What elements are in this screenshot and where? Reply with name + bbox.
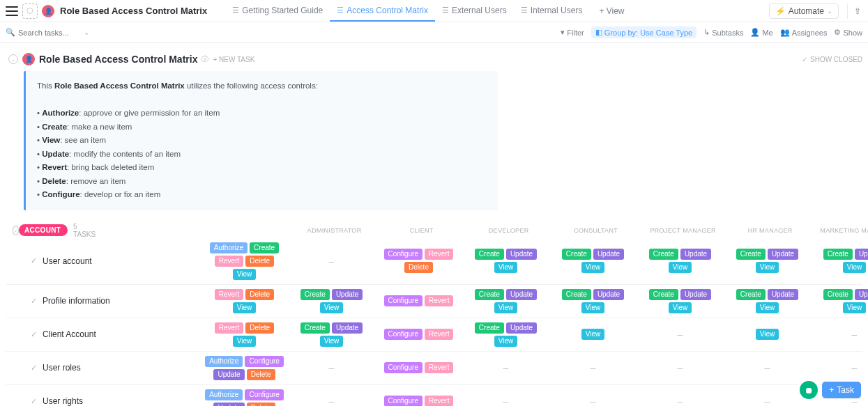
permission-tag[interactable]: Create [475,322,504,334]
task-row[interactable]: ✓Client AccountRevertDeleteViewCreateUpd… [6,318,862,352]
permission-tag[interactable]: Revert [215,322,243,334]
permission-tag[interactable]: Revert [425,329,453,340]
permission-tag[interactable]: Delete [245,289,274,300]
home-icon[interactable]: ⬡ [22,3,38,19]
permission-tag[interactable]: Delete [245,256,274,267]
permission-tag[interactable]: Update [680,289,711,300]
permission-tag[interactable]: Revert [425,362,453,373]
subtasks-button[interactable]: ↳Subtasks [703,28,743,37]
check-icon[interactable]: ✓ [31,256,37,265]
new-task-fab-button[interactable]: + Task [822,382,861,398]
show-closed-toggle[interactable]: ✓ SHOW CLOSED [802,56,862,63]
permission-tag[interactable]: Configure [384,362,422,373]
permission-tag[interactable]: Create [300,289,330,300]
permission-tag[interactable]: Revert [215,289,243,300]
permission-tag[interactable]: View [756,302,779,313]
share-button[interactable]: ⇪ [847,3,862,19]
permission-tag[interactable]: Update [506,322,537,334]
permission-tag[interactable]: Create [562,249,591,260]
permission-tag[interactable]: Create [736,289,766,300]
check-icon[interactable]: ✓ [31,397,37,406]
permission-tag[interactable]: Create [300,322,330,334]
new-task-button[interactable]: + NEW TASK [213,56,254,63]
task-row[interactable]: ✓User accountAuthorizeCreateRevertDelete… [6,238,862,285]
permission-tag[interactable]: View [320,302,344,313]
permission-tag[interactable]: Update [680,249,711,260]
permission-tag[interactable]: Configure [384,396,422,406]
filter-button[interactable]: ▾Filter [561,28,584,37]
permission-tag[interactable]: Configure [384,295,422,306]
permission-tag[interactable]: Authorize [210,242,248,253]
menu-icon[interactable] [6,6,18,16]
view-tab[interactable]: ☰External Users [435,0,514,22]
permission-tag[interactable]: Update [855,289,868,300]
task-row[interactable]: ✓User rolesAuthorizeConfigureUpdateDelet… [6,352,862,385]
permission-tag[interactable]: View [494,262,518,273]
permission-tag[interactable]: View [843,302,867,313]
permission-tag[interactable]: View [756,262,779,273]
permission-tag[interactable]: Authorize [205,356,243,367]
permission-tag[interactable]: Revert [215,256,243,267]
permission-tag[interactable]: Delete [245,322,274,334]
permission-tag[interactable]: Update [332,322,363,334]
permission-tag[interactable]: Update [593,289,624,300]
view-tab[interactable]: ☰Internal Users [514,0,590,22]
permission-tag[interactable]: View [581,262,605,273]
permission-tag[interactable]: Configure [384,249,422,260]
group-collapse-toggle[interactable]: ⌄ [13,226,19,235]
permission-tag[interactable]: Update [855,249,868,260]
permission-tag[interactable]: Delete [247,403,275,406]
permission-tag[interactable]: Revert [425,295,453,306]
permission-tag[interactable]: Delete [247,369,275,380]
permission-tag[interactable]: Create [250,242,279,253]
permission-tag[interactable]: Revert [425,396,453,406]
permission-tag[interactable]: Update [506,289,537,300]
permission-tag[interactable]: Update [332,289,363,300]
permission-tag[interactable]: Update [506,249,537,260]
check-icon[interactable]: ✓ [31,330,37,339]
assignees-button[interactable]: 👥Assignees [780,28,828,37]
permission-tag[interactable]: View [756,329,779,340]
search-box[interactable]: 🔍 ⌄ [6,28,96,37]
task-row[interactable]: ✓User rightsAuthorizeConfigureUpdateDele… [6,385,862,406]
group-pill[interactable]: ACCOUNT [19,224,68,236]
permission-tag[interactable]: View [494,302,518,313]
permission-tag[interactable]: Update [213,403,244,406]
view-tab[interactable]: ☰Getting Started Guide [225,0,330,22]
permission-tag[interactable]: Configure [384,329,422,340]
permission-tag[interactable]: Create [823,249,853,260]
permission-tag[interactable]: Revert [425,249,453,260]
permission-tag[interactable]: Create [823,289,853,300]
permission-tag[interactable]: View [843,262,867,273]
permission-tag[interactable]: View [494,336,518,347]
collapse-toggle[interactable]: ⌄ [8,54,18,64]
permission-tag[interactable]: View [669,302,692,313]
show-button[interactable]: ⚙Show [834,28,862,37]
check-icon[interactable]: ✓ [31,297,37,306]
permission-tag[interactable]: Configure [245,389,283,400]
permission-tag[interactable]: Update [768,289,798,300]
search-input[interactable] [18,29,81,37]
add-view-button[interactable]: + View [593,6,630,16]
permission-tag[interactable]: Authorize [205,389,243,400]
permission-tag[interactable]: View [233,302,257,313]
record-fab-button[interactable]: ⏺ [800,381,818,399]
task-row[interactable]: ✓Profile informationRevertDeleteViewCrea… [6,285,862,318]
permission-tag[interactable]: View [581,302,605,313]
chevron-down-icon[interactable]: ⌄ [84,29,89,36]
permission-tag[interactable]: Create [475,289,504,300]
automate-button[interactable]: ⚡ Automate ⌄ [769,3,839,19]
permission-tag[interactable]: Update [768,249,798,260]
section-info-icon[interactable]: ⓘ [201,54,208,64]
group-by-button[interactable]: ◧Group by: Use Case Type [591,26,696,38]
permission-tag[interactable]: View [320,336,344,347]
permission-tag[interactable]: Create [475,249,504,260]
permission-tag[interactable]: View [233,336,257,347]
permission-tag[interactable]: View [581,329,605,340]
permission-tag[interactable]: Update [593,249,624,260]
permission-tag[interactable]: Configure [245,356,283,367]
permission-tag[interactable]: Delete [404,262,433,273]
check-icon[interactable]: ✓ [31,364,37,373]
permission-tag[interactable]: View [669,262,692,273]
me-button[interactable]: 👤Me [750,28,772,37]
